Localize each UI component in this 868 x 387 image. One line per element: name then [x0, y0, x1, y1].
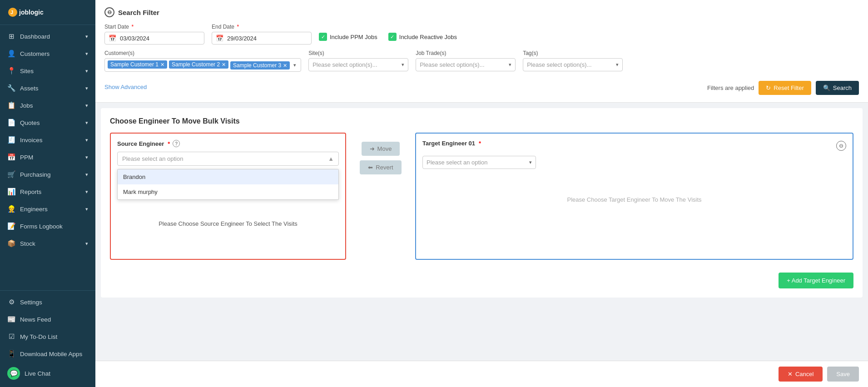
content-area: ⊖ Search Filter Start Date * 📅 03/03/202…	[95, 0, 868, 361]
cancel-button[interactable]: ✕ Cancel	[779, 367, 823, 382]
customer-tag-2[interactable]: Sample Customer 2 ✕	[169, 60, 228, 69]
customers-multiselect[interactable]: Sample Customer 1 ✕ Sample Customer 2 ✕ …	[104, 58, 301, 72]
sites-arrow-icon: ▾	[402, 62, 404, 68]
target-engineer-select[interactable]: Please select an option ▾	[422, 156, 536, 169]
logo: J joblogic	[0, 0, 95, 25]
sidebar-item-label: Sites	[20, 68, 34, 74]
end-date-label: End Date *	[212, 24, 312, 30]
sidebar-item-stock[interactable]: 📦 Stock ▾	[0, 235, 95, 252]
sidebar-item-dashboard[interactable]: ⊞ Dashboard ▾	[0, 28, 95, 45]
checkbox-group: ✓ Include PPM Jobs ✓ Include Reactive Jo…	[319, 33, 457, 41]
live-chat-label: Live Chat	[25, 370, 50, 377]
source-engineer-select[interactable]: Please select an option ▲	[117, 152, 339, 166]
forms-icon: 📝	[7, 222, 15, 230]
chevron-icon: ▾	[85, 34, 88, 40]
sidebar-item-news-feed[interactable]: 📰 News Feed	[0, 311, 95, 328]
remove-customer-3[interactable]: ✕	[283, 63, 287, 69]
sidebar-nav: ⊞ Dashboard ▾ 👤 Customers ▾ 📍 Sites ▾ 🔧 …	[0, 25, 95, 290]
customer-tag-1[interactable]: Sample Customer 1 ✕	[108, 60, 167, 69]
job-trades-group: Job Trade(s) Please select option(s)... …	[416, 50, 516, 71]
customer-tag-3[interactable]: Sample Customer 3 ✕	[230, 61, 290, 69]
sites-icon: 📍	[7, 67, 15, 75]
start-date-input[interactable]: 📅 03/03/2024	[104, 32, 204, 45]
include-reactive-checkbox[interactable]: ✓ Include Reactive Jobs	[388, 33, 457, 41]
sidebar-item-settings[interactable]: ⚙ Settings	[0, 293, 95, 311]
sidebar-item-purchasing[interactable]: 🛒 Purchasing ▾	[0, 166, 95, 183]
search-button[interactable]: 🔍 Search	[816, 81, 859, 95]
sidebar-item-label: Invoices	[20, 137, 43, 144]
show-advanced-link[interactable]: Show Advanced	[104, 84, 147, 90]
start-date-group: Start Date * 📅 03/03/2024	[104, 24, 204, 45]
customers-dropdown-arrow[interactable]: ▾	[292, 61, 298, 69]
sidebar-item-label: Stock	[20, 240, 35, 247]
sidebar-item-todo[interactable]: ☑ My To-Do List	[0, 328, 95, 345]
remove-customer-1[interactable]: ✕	[160, 62, 164, 68]
sidebar-item-label: Settings	[20, 299, 42, 306]
tags-select[interactable]: Please select option(s)... ▾	[523, 58, 623, 71]
target-engineer-box: Target Engineer 01 * ⊖ Please select an …	[415, 133, 853, 260]
sidebar-item-jobs[interactable]: 📋 Jobs ▾	[0, 97, 95, 114]
tags-placeholder: Please select option(s)...	[527, 61, 616, 68]
sidebar-item-invoices[interactable]: 🧾 Invoices ▾	[0, 131, 95, 149]
target-select-placeholder: Please select an option	[427, 159, 529, 166]
include-reactive-label: Include Reactive Jobs	[399, 34, 457, 40]
sidebar-item-ppm[interactable]: 📅 PPM ▾	[0, 149, 95, 166]
chevron-icon: ▾	[85, 120, 88, 126]
engineer-section-title: Choose Engineer To Move Bulk Visits	[110, 117, 853, 125]
move-button[interactable]: ➜ Move	[362, 142, 400, 156]
sidebar-item-label: Customers	[20, 50, 50, 57]
source-engineer-title: Source Engineer * ?	[117, 140, 339, 147]
chevron-icon: ▾	[85, 206, 88, 212]
sidebar-item-label: News Feed	[20, 316, 51, 323]
target-engineer-wrap: Target Engineer 01 * ⊖ Please select an …	[415, 133, 853, 288]
stock-icon: 📦	[7, 239, 15, 248]
sidebar-item-assets[interactable]: 🔧 Assets ▾	[0, 79, 95, 97]
sidebar-item-download-apps[interactable]: 📱 Download Mobile Apps	[0, 345, 95, 362]
chevron-icon: ▾	[85, 137, 88, 143]
chevron-icon: ▾	[85, 51, 88, 57]
calendar-icon: 📅	[109, 35, 116, 42]
search-icon: 🔍	[823, 84, 830, 91]
filter-actions: Filters are applied ↻ Reset Filter 🔍 Sea…	[707, 81, 859, 95]
remove-target-icon[interactable]: ⊖	[836, 141, 846, 151]
customers-icon: 👤	[7, 50, 15, 58]
sites-group: Site(s) Please select option(s)... ▾	[308, 50, 408, 71]
dropdown-item-mark[interactable]: Mark murphy	[118, 184, 338, 199]
sidebar-item-sites[interactable]: 📍 Sites ▾	[0, 62, 95, 79]
sidebar-item-customers[interactable]: 👤 Customers ▾	[0, 45, 95, 62]
filter-row-dates: Start Date * 📅 03/03/2024 End Date * 📅	[104, 24, 859, 45]
include-ppm-label: Include PPM Jobs	[330, 34, 377, 40]
calendar-icon: 📅	[216, 35, 223, 42]
sidebar-item-quotes[interactable]: 📄 Quotes ▾	[0, 114, 95, 131]
invoices-icon: 🧾	[7, 136, 15, 144]
jobs-icon: 📋	[7, 101, 15, 109]
sidebar-item-reports[interactable]: 📊 Reports ▾	[0, 183, 95, 200]
sidebar-item-forms-logbook[interactable]: 📝 Forms Logbook	[0, 218, 95, 235]
chevron-icon: ▾	[85, 189, 88, 195]
source-dropdown-wrap: Please select an option ▲ Brandon Mark m…	[117, 152, 339, 166]
save-button[interactable]: Save	[827, 367, 859, 382]
revert-button[interactable]: ⬅ Revert	[360, 160, 401, 174]
sidebar-item-label: Download Mobile Apps	[20, 351, 82, 357]
ppm-icon: 📅	[7, 153, 15, 161]
reactive-check-icon: ✓	[388, 33, 397, 41]
tags-arrow-icon: ▾	[616, 62, 619, 68]
include-ppm-checkbox[interactable]: ✓ Include PPM Jobs	[319, 33, 377, 41]
sidebar-item-engineers[interactable]: 👷 Engineers ▾	[0, 200, 95, 218]
source-info-icon[interactable]: ?	[173, 140, 180, 147]
end-date-input[interactable]: 📅 29/03/2024	[212, 32, 312, 45]
add-target-engineer-button[interactable]: + Add Target Engineer	[779, 273, 853, 288]
remove-customer-2[interactable]: ✕	[222, 62, 226, 68]
job-trades-select[interactable]: Please select option(s)... ▾	[416, 58, 516, 71]
settings-icon: ⚙	[7, 298, 15, 306]
tags-group: Tag(s) Please select option(s)... ▾	[523, 50, 623, 71]
tags-label: Tag(s)	[523, 50, 623, 56]
sites-select[interactable]: Please select option(s)... ▾	[308, 58, 408, 71]
engineers-icon: 👷	[7, 205, 15, 213]
reset-icon: ↻	[766, 84, 771, 91]
reset-filter-button[interactable]: ↻ Reset Filter	[759, 81, 811, 95]
live-chat-button[interactable]: 💬 Live Chat	[0, 362, 95, 384]
target-engineer-header: Target Engineer 01 * ⊖	[422, 140, 846, 151]
dropdown-item-brandon[interactable]: Brandon	[118, 169, 338, 184]
sidebar-bottom: ⚙ Settings 📰 News Feed ☑ My To-Do List 📱…	[0, 290, 95, 387]
